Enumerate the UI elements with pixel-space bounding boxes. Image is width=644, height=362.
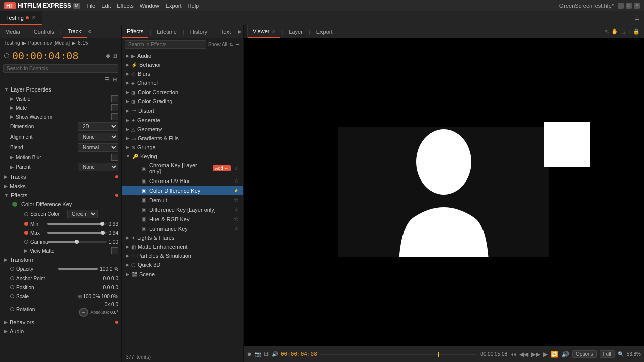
grid-icon[interactable]: ⊞ (112, 52, 117, 59)
viewer-hand-tool[interactable]: ✋ (611, 28, 618, 35)
masks-header[interactable]: ▶ Masks (0, 182, 121, 191)
tab-text[interactable]: Text (216, 25, 236, 38)
minimize-button[interactable]: — (618, 3, 624, 9)
viewer-resize-handle[interactable] (244, 25, 248, 38)
color-diff-key-header[interactable]: Color Difference Key (6, 200, 121, 209)
tab-layer[interactable]: Layer (284, 25, 308, 38)
viewer-audio-icon[interactable]: 🔊 (272, 351, 278, 357)
parent-dropdown[interactable]: None (78, 163, 118, 171)
search-input[interactable] (3, 64, 118, 73)
play-button[interactable]: ▶ (543, 351, 548, 358)
cat-keying[interactable]: ▼ 🔑 Keying (122, 152, 243, 161)
cat-quick-3d[interactable]: ▶ ⬡ Quick 3D (122, 260, 243, 269)
cat-generate[interactable]: ▶ ✦ Generate (122, 116, 243, 125)
tab-close-icon[interactable]: ✕ (32, 15, 36, 20)
viewer-lock-icon[interactable]: 🔒 (633, 28, 640, 35)
demult-star[interactable]: ☆ (234, 197, 239, 203)
go-start-button[interactable]: ⏮ (510, 351, 516, 358)
cat-grunge[interactable]: ▶ ⊛ Grunge (122, 143, 243, 152)
color-diff-key-star[interactable]: ★ (234, 187, 239, 194)
cat-blurs[interactable]: ▶ ◎ Blurs (122, 69, 243, 78)
audio-header[interactable]: ▶ Audio (0, 327, 121, 336)
tab-effects[interactable]: Effects (122, 25, 148, 38)
viewer-cursor-tool[interactable]: ↖ (605, 28, 609, 35)
cat-scene[interactable]: ▶ 🎬 Scene (122, 269, 243, 279)
menu-export[interactable]: Export (166, 3, 182, 9)
full-button[interactable]: Full (600, 350, 615, 358)
behaviors-header[interactable]: ▶ Behaviors (0, 318, 121, 327)
view-matte-checkbox[interactable] (111, 247, 118, 254)
loop-button[interactable]: 🔁 (551, 351, 558, 358)
list-icon[interactable]: ☰ (104, 75, 111, 84)
alignment-dropdown[interactable]: None (78, 133, 118, 141)
max-keyframe-dot[interactable] (24, 231, 28, 235)
tab-testing[interactable]: Testing ✕ (0, 11, 42, 25)
keying-chroma-uv-blur[interactable]: ▣ Chroma UV Blur ☆ (122, 176, 243, 186)
chroma-uv-blur-star[interactable]: ☆ (234, 177, 239, 184)
tab-track[interactable]: Track (63, 25, 87, 38)
zoom-search-icon[interactable]: 🔍 (618, 351, 624, 357)
tracks-header[interactable]: ▶ Tracks (0, 172, 121, 182)
dimension-dropdown[interactable]: 2D3D (78, 122, 118, 131)
viewer-camera-icon[interactable]: 📷 (255, 351, 261, 357)
chroma-key-add[interactable]: Add ← (213, 165, 231, 171)
motion-blur-checkbox[interactable] (111, 154, 118, 161)
keying-hue-rgb-key[interactable]: ▣ Hue & RGB Key ☆ (122, 214, 243, 224)
chroma-key-star[interactable]: ☆ (234, 165, 239, 172)
close-button[interactable]: ✕ (634, 3, 640, 9)
options-button[interactable]: Options (572, 350, 596, 358)
cat-audio[interactable]: ▶ ▶ Audio (122, 51, 243, 60)
diff-key-star[interactable]: ☆ (234, 206, 239, 213)
effects-show-all[interactable]: Show All (208, 42, 227, 47)
effects-header[interactable]: ▼ Effects (0, 191, 121, 200)
tab-history[interactable]: History (185, 25, 212, 38)
effects-search-input[interactable] (125, 40, 206, 49)
min-keyframe-dot[interactable] (24, 222, 28, 226)
viewer-text-tool[interactable]: T (627, 29, 631, 35)
max-slider[interactable] (47, 232, 107, 234)
visible-checkbox[interactable] (111, 95, 118, 102)
min-slider-thumb[interactable] (100, 222, 104, 226)
opacity-slider[interactable] (58, 268, 98, 270)
maximize-button[interactable]: □ (626, 3, 632, 9)
menu-help[interactable]: Help (188, 3, 199, 9)
keying-luminance-key[interactable]: ▣ Luminance Key ☆ (122, 224, 243, 233)
max-slider-thumb[interactable] (101, 231, 105, 235)
gamma-slider-thumb[interactable] (75, 240, 79, 244)
transform-header[interactable]: ▶ Transform (0, 255, 121, 264)
gamma-slider[interactable] (47, 241, 107, 243)
tab-export[interactable]: Export (311, 25, 338, 38)
scale-link-icon[interactable]: ⊞ (77, 294, 82, 299)
add-keyframe-icon[interactable]: ◆ (106, 52, 110, 59)
keying-color-diff-key[interactable]: ▣ Color Difference Key ★ (122, 186, 243, 195)
keying-diff-key[interactable]: ▣ Difference Key [Layer only] ☆ (122, 205, 243, 214)
step-forward-2-button[interactable]: ▶▶ (531, 351, 540, 358)
keying-demult[interactable]: ▣ Demult ☆ (122, 195, 243, 205)
tab-media[interactable]: Media (0, 25, 25, 38)
menu-effects[interactable]: Effects (117, 3, 133, 9)
cat-distort[interactable]: ▶ 〜 Distort (122, 106, 243, 116)
viewer-film-icon[interactable]: 🎞 (264, 351, 269, 357)
mute-checkbox[interactable] (111, 104, 118, 111)
effects-filter-icon[interactable]: ☰ (235, 42, 240, 47)
effects-sort-icon[interactable]: ⇅ (229, 42, 233, 47)
viewer-timeline-bar[interactable] (320, 354, 477, 355)
cat-matte-enhancement[interactable]: ▶ ◧ Matte Enhancement (122, 242, 243, 251)
min-slider[interactable] (47, 223, 107, 225)
luminance-key-star[interactable]: ☆ (234, 225, 239, 232)
cat-gradients[interactable]: ▶ ▭ Gradients & Fills (122, 134, 243, 143)
effects-more-btn[interactable]: ▶ (238, 29, 242, 34)
screen-color-dropdown[interactable]: GreenBlue (67, 210, 98, 218)
cat-lights-flares[interactable]: ▶ ✦ Lights & Flares (122, 233, 243, 242)
step-back-button[interactable]: ◀◀ (519, 351, 528, 358)
rotation-dial[interactable] (79, 308, 88, 317)
tab-controls[interactable]: Controls (29, 25, 59, 38)
menu-window[interactable]: Window (140, 3, 159, 9)
hue-rgb-star[interactable]: ☆ (234, 216, 239, 222)
cat-channel[interactable]: ▶ ◈ Channel (122, 78, 243, 87)
viewer-record-icon[interactable]: ⏺ (247, 351, 252, 357)
show-waveform-checkbox[interactable] (111, 113, 118, 120)
audio-toggle-button[interactable]: 🔊 (561, 351, 569, 358)
cat-particles-simulation[interactable]: ▶ ⁘ Particles & Simulation (122, 251, 243, 260)
tab-track-settings[interactable]: ⚙ (88, 29, 92, 34)
